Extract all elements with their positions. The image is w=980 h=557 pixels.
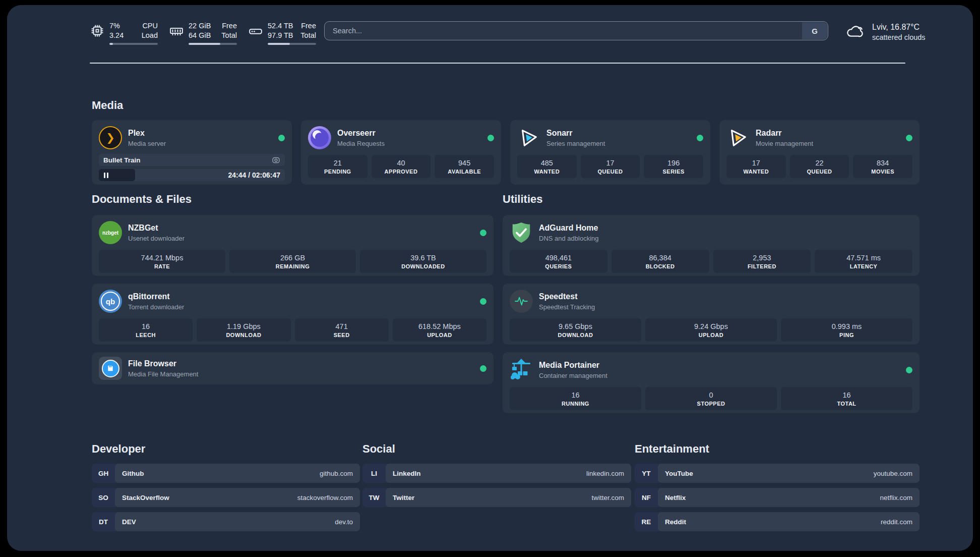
weather-location: Lviv, 16.87°C <box>872 22 926 32</box>
link-row-youtube[interactable]: YT YouTubeyoutube.com <box>635 464 920 483</box>
disk-progress-bar <box>268 43 316 45</box>
stat-tile: 196SERIES <box>644 155 703 178</box>
social-column: Social LI LinkedInlinkedin.com TW Twitte… <box>362 442 635 536</box>
cpu-metric: 7%CPU 3.24Load <box>90 21 158 45</box>
cpu-icon <box>90 23 105 38</box>
link-url: twitter.com <box>591 494 624 502</box>
stat-tile: 485WANTED <box>517 155 577 178</box>
link-row-linkedin[interactable]: LI LinkedInlinkedin.com <box>362 464 631 483</box>
app-card-radarr[interactable]: Radarr Movie management 17WANTED 22QUEUE… <box>719 120 920 185</box>
playback-time: 24:44 / 02:06:47 <box>228 171 285 179</box>
status-dot-online <box>487 135 494 141</box>
developer-column: Developer GH Githubgithub.com SO StackOv… <box>92 442 362 536</box>
app-subtitle: DNS and adblocking <box>539 234 599 243</box>
ram-metric: 22 GiBFree 64 GiBTotal <box>169 21 237 45</box>
disk-free-value: 52.4 TB <box>268 21 293 31</box>
app-subtitle: Media Requests <box>337 139 385 148</box>
stat-tile: 39.6 TBDOWNLOADED <box>360 250 486 273</box>
app-name: Overseerr <box>337 128 385 138</box>
link-abbr: RE <box>635 512 658 531</box>
stat-tile: 22QUEUED <box>790 155 849 178</box>
link-row-dev[interactable]: DT DEVdev.to <box>92 512 360 531</box>
link-row-netflix[interactable]: NF Netflixnetflix.com <box>635 488 920 507</box>
disk-icon <box>248 23 263 38</box>
cpu-label: CPU <box>142 21 158 31</box>
section-title-developer: Developer <box>92 442 362 456</box>
app-subtitle: Series management <box>546 139 605 148</box>
section-title-utilities: Utilities <box>503 193 920 206</box>
link-row-reddit[interactable]: RE Redditreddit.com <box>635 512 920 531</box>
link-abbr: TW <box>362 488 386 507</box>
search-input[interactable] <box>325 22 828 40</box>
radarr-icon <box>726 126 750 149</box>
documents-column: Documents & Files nzbget NZBGet Usenet d… <box>92 193 494 413</box>
stat-tile: 21PENDING <box>308 155 368 178</box>
stat-tile: 9.65 GbpsDOWNLOAD <box>510 318 641 342</box>
speedtest-icon <box>510 290 533 313</box>
ram-free-label: Free <box>222 21 237 31</box>
weather-widget[interactable]: Lviv, 16.87°C scattered clouds <box>844 21 926 42</box>
app-card-sonarr[interactable]: Sonarr Series management 485WANTED 17QUE… <box>510 120 710 185</box>
stat-tile: 0STOPPED <box>645 387 777 410</box>
app-subtitle: Movie management <box>756 139 813 148</box>
link-name: Netflix <box>665 494 686 502</box>
stat-tile: 17QUEUED <box>581 155 640 178</box>
disk-free-label: Free <box>301 21 316 31</box>
link-url: netflix.com <box>880 494 912 502</box>
link-abbr: YT <box>635 464 658 483</box>
stat-tile: 834MOVIES <box>853 155 912 178</box>
status-dot-online <box>480 298 486 305</box>
overseerr-icon <box>308 126 331 149</box>
portainer-icon <box>510 358 533 381</box>
search-bar[interactable]: G <box>324 21 828 40</box>
stat-tile: 618.52 MbpsUPLOAD <box>393 318 486 342</box>
link-abbr: GH <box>92 464 115 483</box>
link-url: stackoverflow.com <box>297 494 353 502</box>
qbittorrent-icon: qb <box>99 290 122 313</box>
app-card-plex[interactable]: ❯ Plex Media server Bullet Train <box>92 120 292 185</box>
app-name: Sonarr <box>546 128 605 138</box>
link-abbr: LI <box>362 464 386 483</box>
playback-progress-bar: 24:44 / 02:06:47 <box>99 169 285 181</box>
dashboard-panel: 7%CPU 3.24Load 22 GiBFree 64 GiBTotal <box>7 5 973 551</box>
app-name: NZBGet <box>128 223 185 233</box>
link-row-github[interactable]: GH Githubgithub.com <box>92 464 360 483</box>
app-card-nzbget[interactable]: nzbget NZBGet Usenet downloader 744.21 M… <box>92 215 494 276</box>
stat-tile: 1.19 GbpsDOWNLOAD <box>197 318 290 342</box>
stat-tile: 945AVAILABLE <box>435 155 494 178</box>
app-card-overseerr[interactable]: Overseerr Media Requests 21PENDING 40APP… <box>301 120 501 185</box>
link-row-twitter[interactable]: TW Twittertwitter.com <box>362 488 631 507</box>
app-card-qbittorrent[interactable]: qb qBittorrent Torrent downloader 16LEEC… <box>92 284 494 345</box>
app-card-speedtest[interactable]: Speedtest Speedtest Tracking 9.65 GbpsDO… <box>503 284 920 345</box>
app-name: AdGuard Home <box>539 223 599 233</box>
link-url: reddit.com <box>881 518 912 526</box>
app-subtitle: Media File Management <box>128 370 198 378</box>
link-url: youtube.com <box>874 470 912 477</box>
sonarr-icon <box>517 126 540 149</box>
now-playing-row: Bullet Train <box>99 154 285 166</box>
section-title-media: Media <box>92 99 920 112</box>
app-card-portainer[interactable]: Media Portainer Container management 16R… <box>503 352 920 413</box>
app-name: qBittorrent <box>128 292 184 302</box>
app-subtitle: Speedtest Tracking <box>539 303 595 311</box>
search-engine-button[interactable]: G <box>802 22 827 39</box>
app-name: File Browser <box>128 359 198 369</box>
stat-tile: 17WANTED <box>726 155 786 178</box>
stat-tile: 9.24 GbpsUPLOAD <box>645 318 777 342</box>
ram-free-value: 22 GiB <box>189 21 211 31</box>
adguard-icon <box>510 221 533 244</box>
stat-tile: 16TOTAL <box>781 387 912 410</box>
link-row-stackoverflow[interactable]: SO StackOverflowstackoverflow.com <box>92 488 360 507</box>
link-name: Github <box>122 470 144 477</box>
cpu-value: 7% <box>109 21 120 31</box>
section-title-social: Social <box>362 442 635 456</box>
ram-progress-bar <box>189 43 237 45</box>
disk-metric: 52.4 TBFree 97.9 TBTotal <box>248 21 316 45</box>
app-card-filebrowser[interactable]: File Browser Media File Management <box>92 352 494 384</box>
stat-tile: 47.571 msLATENCY <box>815 250 912 273</box>
header-divider <box>90 63 905 64</box>
status-dot-online <box>697 135 703 141</box>
cpu-progress-bar <box>109 43 158 45</box>
app-card-adguard[interactable]: AdGuard Home DNS and adblocking 498,461Q… <box>503 215 920 276</box>
app-name: Radarr <box>756 128 813 138</box>
